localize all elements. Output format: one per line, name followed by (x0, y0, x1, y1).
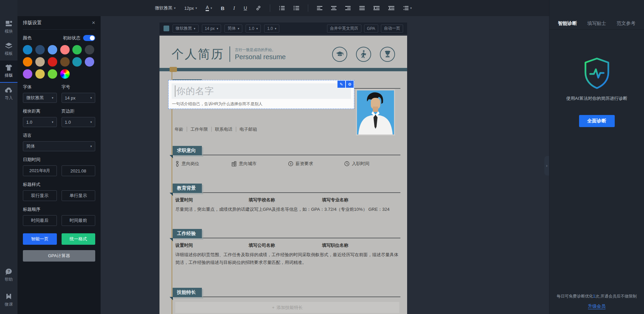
line-height-icon (403, 6, 408, 10)
section-tag-skills[interactable]: 技能特长 (173, 288, 202, 297)
sidebar-item-import[interactable]: 导入 (0, 83, 17, 105)
full-diagnosis-button[interactable]: 全面诊断 (579, 115, 615, 127)
color-swatch[interactable] (60, 57, 70, 67)
color-swatch[interactable] (60, 45, 70, 54)
profile-photo[interactable] (356, 89, 395, 135)
work-hint-text[interactable]: 详细描述你的职责范围、工作任务及取得的成绩，工作经验的时间采取倒叙形式，最近经历… (173, 248, 400, 267)
doc-size-select[interactable]: 14 px ▾ (202, 25, 221, 33)
sidebar-item-help[interactable]: ? 帮助 (0, 264, 17, 286)
font-family-select[interactable]: 微软雅黑 ▾ (155, 5, 176, 11)
edu-major-col[interactable]: 填写专业名称 (322, 197, 395, 203)
align-justify-button[interactable] (359, 6, 365, 10)
tie-icon (175, 161, 179, 167)
work-position-col[interactable]: 填写职位名称 (322, 242, 395, 248)
resume-motto: 言行一致是成功的开始。 (235, 47, 286, 52)
intent-position[interactable]: 意向岗位 (175, 161, 231, 167)
intent-salary[interactable]: ¥ 薪资要求 (288, 161, 344, 167)
underline-button[interactable]: U (244, 5, 247, 11)
edu-hint-text[interactable]: 尽量简洁，突出重点，成绩优异的话建议写上GPA及排名等信息，如：GPA：3.72… (173, 203, 400, 213)
gpa-button[interactable]: GPA (364, 25, 378, 33)
indent-increase-button[interactable] (373, 6, 380, 10)
auto-one-page-button[interactable]: 自动一页 (381, 25, 403, 33)
color-swatch[interactable] (48, 57, 57, 67)
edu-time-col[interactable]: 设置时间 (175, 197, 249, 203)
date-format-cn-button[interactable]: 2021年8月 (23, 165, 57, 176)
name-edit-block[interactable]: ✎ ⚙ 你的名字 一句话介绍自己，告诉HR为什么选择你而不是别人 (168, 80, 354, 109)
close-icon[interactable]: × (92, 19, 95, 26)
module-gap-select[interactable]: 1.0 ▾ (23, 117, 57, 127)
time-first-button[interactable]: 时间最前 (62, 215, 96, 226)
work-company-col[interactable]: 填写公司名称 (249, 242, 322, 248)
work-time-col[interactable]: 设置时间 (175, 242, 249, 248)
language-select[interactable]: 简体 ▾ (23, 141, 95, 151)
color-swatch[interactable] (35, 69, 45, 79)
sidebar-item-modules[interactable]: 模块 (0, 16, 17, 38)
section-tag-work[interactable]: 工作经验 (173, 229, 202, 238)
color-swatch[interactable] (23, 69, 32, 79)
indent-decrease-button[interactable] (388, 6, 394, 10)
sidebar-item-templates[interactable]: 模板 (0, 38, 17, 61)
sidebar-item-microcourse[interactable]: 微课 (0, 289, 17, 311)
sidebar-item-layout[interactable]: 排版 (0, 61, 17, 83)
color-swatch[interactable] (85, 57, 94, 67)
chevron-down-icon: ▾ (275, 27, 277, 30)
panel-collapse-handle[interactable]: › (544, 156, 549, 175)
font-select[interactable]: 微软雅黑 ▾ (23, 93, 57, 103)
bold-button[interactable]: B (221, 5, 224, 11)
line-height-select[interactable]: ▾ (403, 6, 412, 10)
theme-color-swatch[interactable] (164, 26, 169, 31)
link-button[interactable] (256, 5, 261, 11)
color-swatch[interactable] (23, 45, 32, 54)
panel-title: 排版设置 (23, 20, 42, 26)
align-center-button[interactable] (331, 6, 336, 10)
italic-button[interactable]: I (233, 5, 235, 11)
doc-module-spacing-select[interactable]: 1.0 ▾ (246, 25, 261, 33)
upgrade-membership-link[interactable]: 升级会员 (588, 303, 606, 309)
doc-font-select[interactable]: 微软雅黑 ▾ (173, 25, 199, 33)
title-order-label: 标题顺序 (23, 206, 95, 212)
color-swatch[interactable] (85, 45, 94, 54)
color-swatch[interactable] (72, 57, 82, 67)
section-tag-intent[interactable]: 求职意向 (173, 146, 202, 155)
plus-icon: + (63, 71, 66, 77)
tab-sample-reference[interactable]: 范文参考 (617, 21, 636, 27)
section-tag-education[interactable]: 教育背景 (173, 184, 202, 193)
unordered-list-button[interactable] (293, 6, 299, 10)
ordered-list-button[interactable] (279, 6, 285, 10)
title-one-line-button[interactable]: 单行显示 (62, 190, 96, 201)
doc-margin-select[interactable]: 1.0 ▾ (264, 25, 279, 33)
custom-color-picker[interactable]: + (60, 69, 70, 79)
color-swatch[interactable] (23, 57, 32, 67)
align-right-button[interactable] (345, 6, 351, 10)
name-hint: 一句话介绍自己，告诉HR为什么选择你而不是别人 (172, 101, 354, 107)
color-swatch[interactable] (48, 45, 57, 54)
time-last-button[interactable]: 时间最后 (23, 215, 57, 226)
color-swatch[interactable] (35, 45, 45, 54)
page-margin-label: 页边距 (62, 108, 96, 114)
color-swatch[interactable] (72, 45, 82, 54)
gpa-calculator-button[interactable]: GPA计算器 (23, 250, 95, 262)
smart-one-page-button[interactable]: 智能一页 (23, 233, 57, 245)
color-swatch[interactable] (48, 69, 57, 79)
text-color-button[interactable]: A ▾ (206, 5, 212, 11)
tab-smart-diagnosis[interactable]: 智能诊断 (558, 21, 577, 27)
tab-writing-tips[interactable]: 填写贴士 (587, 21, 606, 27)
intent-start-date[interactable]: 入职时间 (344, 161, 400, 167)
align-left-button[interactable] (317, 6, 322, 10)
initial-state-toggle[interactable] (83, 35, 95, 41)
size-select[interactable]: 14 px ▾ (62, 93, 96, 103)
font-size-select[interactable]: 12px ▾ (184, 6, 197, 11)
unify-format-button[interactable]: 统一格式 (62, 233, 96, 245)
name-input[interactable]: 你的名字 (172, 83, 351, 99)
doc-lang-select[interactable]: 简体 ▾ (224, 25, 242, 33)
intent-city[interactable]: 意向城市 (231, 161, 288, 167)
title-two-line-button[interactable]: 双行显示 (23, 190, 57, 201)
add-skill-button[interactable]: + 添加技能特长 (175, 302, 399, 313)
page-margin-select[interactable]: 1.0 ▾ (62, 117, 96, 127)
edu-school-col[interactable]: 填写学校名称 (249, 197, 322, 203)
edit-pencil-button[interactable]: ✎ (337, 81, 345, 88)
settings-gear-button[interactable]: ⚙ (346, 81, 354, 88)
color-swatch[interactable] (35, 57, 45, 67)
merge-cn-en-button[interactable]: 合并中英文简历 (327, 25, 361, 33)
date-format-num-button[interactable]: 2021.08 (62, 165, 96, 176)
